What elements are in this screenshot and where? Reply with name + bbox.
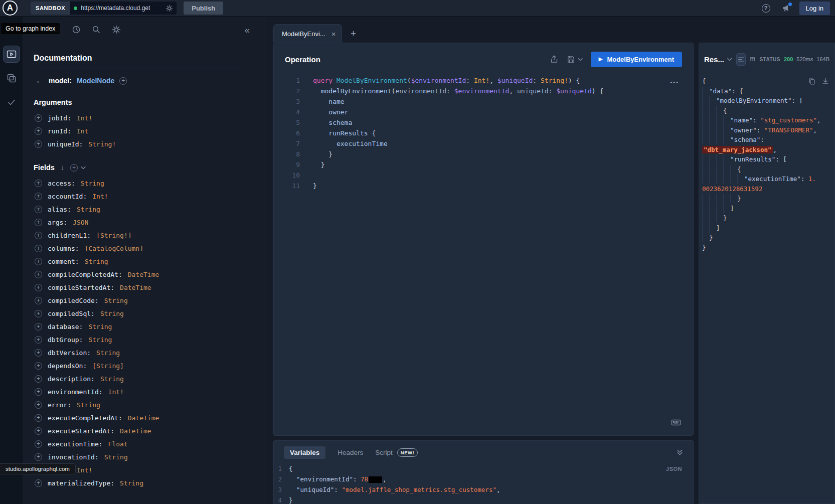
pretty-view-toggle[interactable] <box>736 53 746 66</box>
field-type[interactable]: [CatalogColumn] <box>85 245 143 252</box>
field-type[interactable]: String <box>104 297 128 304</box>
field-type[interactable]: [String] <box>92 362 124 370</box>
connection-settings-gear-icon[interactable] <box>165 5 173 12</box>
response-json[interactable]: {"data": {"modelByEnvironment": [{"name"… <box>702 76 829 252</box>
add-to-query-icon[interactable]: + <box>35 440 42 448</box>
add-to-query-icon[interactable]: + <box>35 427 42 435</box>
copy-response-icon[interactable] <box>808 77 816 85</box>
collections-nav-icon[interactable] <box>3 70 20 87</box>
add-to-query-icon[interactable]: + <box>35 140 42 148</box>
schema-field-row[interactable]: +database:String <box>33 320 243 333</box>
download-response-icon[interactable] <box>821 77 829 85</box>
schema-field-row[interactable]: +dbtVersion:String <box>33 346 243 359</box>
schema-field-row[interactable]: +args:JSON <box>33 216 243 229</box>
code-line[interactable]: 3 "uniqueId": "model.jaffle_shop_metrics… <box>274 485 693 495</box>
add-to-query-icon[interactable]: + <box>35 232 42 239</box>
explorer-nav-icon[interactable] <box>3 46 20 63</box>
add-to-query-icon[interactable]: + <box>35 479 42 487</box>
add-to-query-icon[interactable]: + <box>35 336 42 344</box>
field-type[interactable]: String <box>120 479 143 487</box>
new-tab-button[interactable]: + <box>345 24 361 43</box>
operation-options-icon[interactable]: ••• <box>670 79 679 85</box>
tab-modelbyenvironment[interactable]: ModelByEnvi... × <box>273 24 342 43</box>
collapse-variables-icon[interactable] <box>677 449 683 456</box>
field-type[interactable]: String <box>77 401 100 409</box>
add-to-query-icon[interactable]: + <box>35 388 42 396</box>
field-type[interactable]: DateTime <box>120 427 151 435</box>
schema-field-row[interactable]: +childrenL1:[String!] <box>33 229 243 242</box>
code-line[interactable]: 1{ <box>274 464 693 474</box>
field-type[interactable]: String <box>104 453 128 461</box>
tab-headers[interactable]: Headers <box>338 449 363 456</box>
table-view-icon[interactable] <box>750 55 755 63</box>
code-line[interactable]: 2 modelByEnvironment(environmentId: $env… <box>274 86 693 96</box>
schema-field-row[interactable]: +jobId:Int! <box>33 111 243 124</box>
field-type[interactable]: String <box>85 258 108 265</box>
field-type[interactable]: String <box>96 349 120 357</box>
field-type[interactable]: String! <box>88 140 116 148</box>
code-line[interactable]: 1query ModelByEnvironment($environmentId… <box>274 75 693 86</box>
add-to-query-icon[interactable]: + <box>35 193 42 200</box>
schema-field-row[interactable]: +materializedType:String <box>33 476 243 489</box>
add-to-query-icon[interactable]: + <box>35 375 42 383</box>
announcements-icon[interactable] <box>781 4 790 13</box>
field-type[interactable]: String <box>81 180 104 187</box>
schema-field-row[interactable]: +executeStartedAt:DateTime <box>33 424 243 437</box>
schema-field-row[interactable]: +executeCompletedAt:DateTime <box>33 411 243 424</box>
variables-code[interactable]: 1{2 "environmentId": 78,3 "uniqueId": "m… <box>274 464 693 504</box>
code-line[interactable]: 3 name <box>274 96 693 107</box>
schema-field-row[interactable]: +environmentId:Int! <box>33 385 243 398</box>
code-line[interactable]: 9 } <box>274 159 693 170</box>
schema-field-row[interactable]: +alias:String <box>33 203 243 216</box>
add-all-fields-icon[interactable]: + <box>70 164 78 172</box>
field-type[interactable]: Float <box>108 440 128 448</box>
add-to-query-icon[interactable]: + <box>35 284 42 291</box>
schema-field-row[interactable]: +compileStartedAt:DateTime <box>33 281 243 294</box>
schema-field-row[interactable]: +description:String <box>33 372 243 385</box>
code-line[interactable]: 10 <box>274 170 693 181</box>
schema-field-row[interactable]: +access:String <box>33 177 243 190</box>
code-line[interactable]: 7 executionTime <box>274 138 693 149</box>
schema-field-row[interactable]: +columns:[CatalogColumn] <box>33 242 243 255</box>
add-to-query-icon[interactable]: + <box>35 114 42 122</box>
field-type[interactable]: String <box>100 310 124 317</box>
save-chevron-icon[interactable] <box>578 58 583 61</box>
field-type[interactable]: Int! <box>108 388 124 396</box>
schema-field-row[interactable]: +invocationId:String <box>33 450 243 463</box>
add-to-query-icon[interactable]: + <box>35 401 42 409</box>
schema-field-row[interactable]: +uniqueId:String! <box>33 137 243 150</box>
field-type[interactable]: DateTime <box>128 414 159 422</box>
run-operation-button[interactable]: ▶ ModelByEnvironment <box>591 52 682 67</box>
apollo-logo[interactable]: A <box>3 1 18 16</box>
add-fields-chevron-icon[interactable] <box>81 166 86 170</box>
tab-variables[interactable]: Variables <box>284 446 325 459</box>
field-type[interactable]: String <box>88 336 112 344</box>
add-to-query-icon[interactable]: + <box>35 349 42 357</box>
field-type[interactable]: Int! <box>77 114 92 122</box>
search-icon[interactable] <box>92 25 101 34</box>
add-to-query-icon[interactable]: + <box>35 127 42 135</box>
schema-field-row[interactable]: +accountId:Int! <box>33 190 243 203</box>
save-operation-control[interactable] <box>567 55 583 64</box>
code-line[interactable]: 2 "environmentId": 78, <box>274 474 693 485</box>
field-type[interactable]: Int <box>77 127 88 135</box>
field-type[interactable]: String <box>88 323 112 330</box>
checklist-nav-icon[interactable] <box>3 94 20 111</box>
back-arrow-icon[interactable]: ← <box>36 76 44 85</box>
add-to-query-icon[interactable]: + <box>35 414 42 422</box>
schema-field-row[interactable]: +runId:Int <box>33 124 243 137</box>
add-to-query-icon[interactable]: + <box>35 362 42 370</box>
keyboard-shortcuts-icon[interactable] <box>671 418 681 427</box>
add-to-query-icon[interactable]: + <box>35 245 42 252</box>
field-type[interactable]: String <box>100 375 124 383</box>
code-line[interactable]: 4 owner <box>274 107 693 117</box>
publish-button[interactable]: Publish <box>184 2 223 15</box>
response-title-control[interactable]: Res... <box>704 55 732 64</box>
add-to-query-icon[interactable]: + <box>35 453 42 461</box>
collapse-panel-icon[interactable]: « <box>244 25 250 35</box>
save-icon[interactable] <box>567 55 575 64</box>
graph-url-input[interactable]: https://metadata.cloud.get <box>70 2 177 15</box>
sort-fields-icon[interactable]: ↓ <box>61 163 64 172</box>
add-type-icon[interactable]: + <box>119 77 127 85</box>
tab-script[interactable]: Script NEW! <box>375 448 418 457</box>
